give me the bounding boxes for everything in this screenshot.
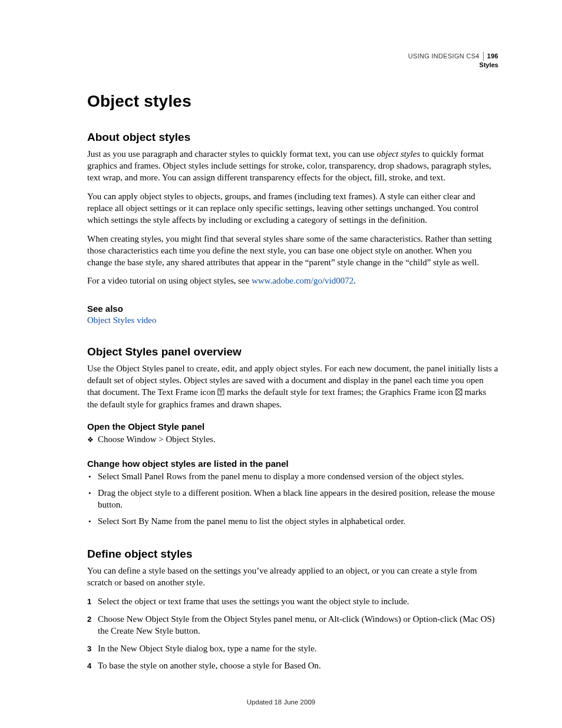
text: Choose New Object Style from the Object … [98,614,495,635]
header-section: Styles [408,61,498,70]
list-item: Select Small Panel Rows from the panel m… [87,471,498,483]
heading-change-listing: Change how object styles are listed in t… [87,459,498,469]
list-item: 1Select the object or text frame that us… [87,596,498,608]
graphics-frame-icon [455,387,462,399]
heading-define: Define object styles [87,548,498,561]
heading-open-panel: Open the Object Style panel [87,421,498,431]
heading-about: About object styles [87,131,498,144]
heading-overview: Object Styles panel overview [87,345,498,358]
footer-updated: Updated 18 June 2009 [0,699,562,706]
step-number: 4 [87,660,91,672]
sub-open-panel: Open the Object Style panel Choose Windo… [87,421,498,446]
list-item: Select Sort By Name from the panel menu … [87,516,498,528]
step-number: 2 [87,614,91,625]
text: marks the default style for text frames;… [224,387,455,397]
overview-p1: Use the Object Styles panel to create, e… [87,363,498,411]
section-overview: Object Styles panel overview Use the Obj… [87,345,498,527]
header-line-1: USING INDESIGN CS4196 [408,52,498,61]
numbered-list: 1Select the object or text frame that us… [87,596,498,673]
diamond-list: Choose Window > Object Styles. [87,434,498,446]
text: For a video tutorial on using object sty… [87,276,252,285]
text-frame-icon [217,387,224,399]
chapter-title: Object styles [87,92,498,111]
link-video-url[interactable]: www.adobe.com/go/vid0072 [252,276,353,285]
section-define: Define object styles You can define a st… [87,548,498,673]
running-header: USING INDESIGN CS4196 Styles [408,52,498,70]
content: Object styles About object styles Just a… [87,92,498,672]
text: Select the object or text frame that use… [98,597,409,606]
see-also-heading: See also [87,304,498,314]
list-item: Drag the object style to a different pos… [87,487,498,511]
list-item: 4To base the style on another style, cho… [87,660,498,672]
list-item: Choose Window > Object Styles. [87,434,498,446]
see-also: See also Object Styles video [87,304,498,325]
about-p2: You can apply object styles to objects, … [87,191,498,226]
bullet-list: Select Small Panel Rows from the panel m… [87,471,498,528]
list-item: 2Choose New Object Style from the Object… [87,614,498,637]
step-number: 1 [87,596,91,608]
list-item: 3In the New Object Style dialog box, typ… [87,643,498,655]
text-italic: object styles [377,149,421,159]
define-p1: You can define a style based on the sett… [87,565,498,589]
sub-change-listing: Change how object styles are listed in t… [87,459,498,528]
about-p4: For a video tutorial on using object sty… [87,275,498,287]
text: To base the style on another style, choo… [98,661,321,670]
doc-title: USING INDESIGN CS4 [408,52,480,60]
page-number: 196 [483,52,498,61]
step-number: 3 [87,643,91,655]
link-object-styles-video[interactable]: Object Styles video [87,315,156,325]
text: Just as you use paragraph and character … [87,149,377,159]
about-p1: Just as you use paragraph and character … [87,149,498,184]
section-about: About object styles Just as you use para… [87,131,498,325]
page: USING INDESIGN CS4196 Styles Object styl… [0,0,562,728]
text: In the New Object Style dialog box, type… [98,644,317,653]
about-p3: When creating styles, you might find tha… [87,233,498,269]
text: . [353,276,356,285]
